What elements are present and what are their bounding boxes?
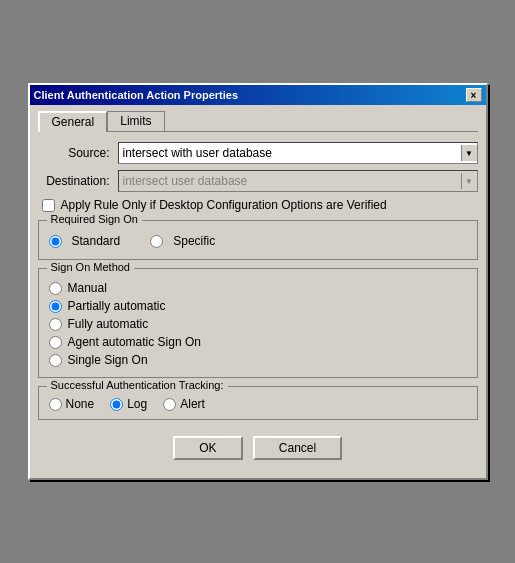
source-dropdown[interactable]: intersect with user database ▼ [118,142,478,164]
destination-dropdown-arrow: ▼ [461,173,477,189]
fully-auto-radio-label[interactable]: Fully automatic [49,317,467,331]
dialog-title: Client Authentication Action Properties [34,89,239,101]
fully-auto-radio[interactable] [49,318,62,331]
auth-tracking-options: None Log Alert [49,391,467,411]
single-sign-on-radio[interactable] [49,354,62,367]
title-bar-buttons: × [466,88,482,102]
sign-on-method-title: Sign On Method [47,261,135,273]
manual-radio-label[interactable]: Manual [49,281,467,295]
specific-radio-label[interactable]: Specific [150,234,215,248]
dialog-body: General Limits Source: intersect with us… [30,105,486,478]
title-bar: Client Authentication Action Properties … [30,85,486,105]
partially-auto-radio[interactable] [49,300,62,313]
tabs-container: General Limits [38,111,478,132]
source-dropdown-arrow: ▼ [461,145,477,161]
source-row: Source: intersect with user database ▼ [38,142,478,164]
log-radio-label[interactable]: Log [110,397,147,411]
sign-on-method-group: Sign On Method Manual Partially automati… [38,268,478,378]
standard-radio-label[interactable]: Standard [49,234,121,248]
close-button[interactable]: × [466,88,482,102]
agent-auto-radio[interactable] [49,336,62,349]
apply-rule-checkbox[interactable] [42,199,55,212]
cancel-button[interactable]: Cancel [253,436,342,460]
destination-row: Destination: intersect user database ▼ [38,170,478,192]
tab-limits[interactable]: Limits [107,111,164,131]
none-radio-label[interactable]: None [49,397,95,411]
destination-label: Destination: [38,174,118,188]
dialog-window: Client Authentication Action Properties … [28,83,488,480]
source-label: Source: [38,146,118,160]
log-radio[interactable] [110,398,123,411]
tab-general[interactable]: General [38,111,108,132]
sign-on-method-options: Manual Partially automatic Fully automat… [49,273,467,369]
required-sign-on-options: Standard Specific [49,225,467,251]
standard-radio[interactable] [49,235,62,248]
required-sign-on-group: Required Sign On Standard Specific [38,220,478,260]
dialog-footer: OK Cancel [38,428,478,470]
auth-tracking-group: Successful Authentication Tracking: None… [38,386,478,420]
alert-radio[interactable] [163,398,176,411]
single-sign-on-radio-label[interactable]: Single Sign On [49,353,467,367]
checkbox-row: Apply Rule Only if Desktop Configuration… [38,198,478,212]
specific-radio[interactable] [150,235,163,248]
partially-auto-radio-label[interactable]: Partially automatic [49,299,467,313]
destination-dropdown[interactable]: intersect user database ▼ [118,170,478,192]
ok-button[interactable]: OK [173,436,243,460]
required-sign-on-title: Required Sign On [47,213,142,225]
manual-radio[interactable] [49,282,62,295]
alert-radio-label[interactable]: Alert [163,397,205,411]
agent-auto-radio-label[interactable]: Agent automatic Sign On [49,335,467,349]
auth-tracking-title: Successful Authentication Tracking: [47,379,228,391]
none-radio[interactable] [49,398,62,411]
checkbox-label: Apply Rule Only if Desktop Configuration… [61,198,387,212]
